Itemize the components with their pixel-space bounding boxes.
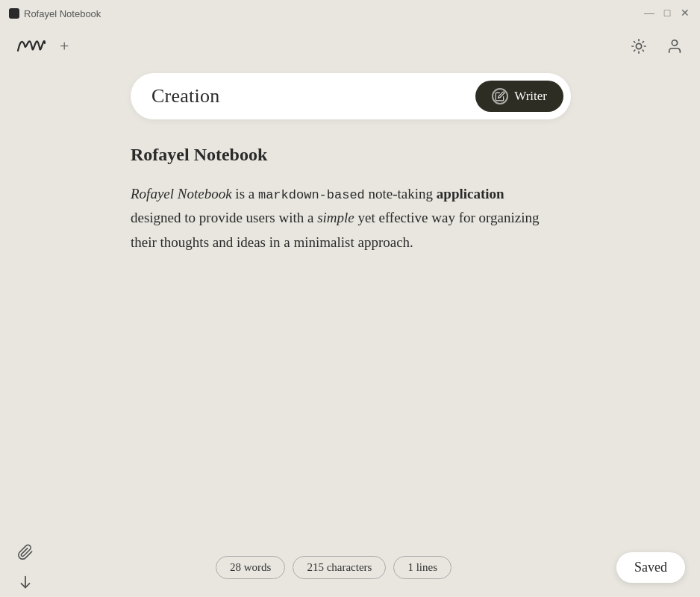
edit-icon [495,91,505,101]
attachment-button[interactable] [15,542,36,563]
title-bar: Rofayel Notebook — □ ✕ [0,0,700,27]
writer-button-label: Writer [514,89,547,104]
note-title-input[interactable] [151,85,475,107]
note-header: Writer [131,73,571,119]
theme-toggle-button[interactable] [628,36,649,57]
toolbar-left: + [15,33,69,60]
note-content: Rofayel Notebook Rofayel Notebook is a m… [131,140,549,254]
scroll-down-button[interactable] [15,572,36,593]
add-note-button[interactable]: + [60,38,69,54]
maximize-button[interactable]: □ [661,7,673,19]
minimize-button[interactable]: — [643,7,655,19]
user-icon [666,38,683,54]
svg-rect-0 [9,8,19,19]
title-bar-controls[interactable]: — □ ✕ [643,7,691,19]
saved-button[interactable]: Saved [616,552,685,583]
line-count-badge: 1 lines [393,556,451,579]
svg-line-8 [634,50,635,51]
handwriting-logo [15,33,48,57]
arrow-down-icon [17,574,34,590]
word-count-badge: 28 words [216,556,285,579]
app-icon [9,8,19,19]
close-button[interactable]: ✕ [679,7,691,19]
logo-icon[interactable] [15,33,48,60]
svg-line-6 [634,42,635,43]
svg-point-1 [636,43,641,49]
main-content: Writer Rofayel Notebook Rofayel Notebook… [0,66,700,254]
writer-icon [492,88,508,104]
stats-container: 28 words 215 characters 1 lines [51,556,616,579]
svg-line-9 [643,42,643,43]
sun-icon [631,38,647,54]
char-count-badge: 215 characters [293,556,386,579]
bottom-left-icons [15,542,36,593]
toolbar: + [0,27,700,66]
writer-button[interactable]: Writer [475,81,563,112]
bottom-bar: 28 words 215 characters 1 lines Saved [0,537,700,597]
svg-point-10 [672,40,677,46]
note-body: Rofayel Notebook is a markdown-based not… [131,182,549,254]
svg-line-7 [643,50,643,51]
title-bar-left: Rofayel Notebook [9,8,101,19]
note-heading: Rofayel Notebook [131,140,549,170]
window-title: Rofayel Notebook [24,8,101,19]
app-logo-small [9,8,19,19]
user-profile-button[interactable] [664,36,685,57]
paperclip-icon [17,544,34,560]
toolbar-right [628,36,685,57]
